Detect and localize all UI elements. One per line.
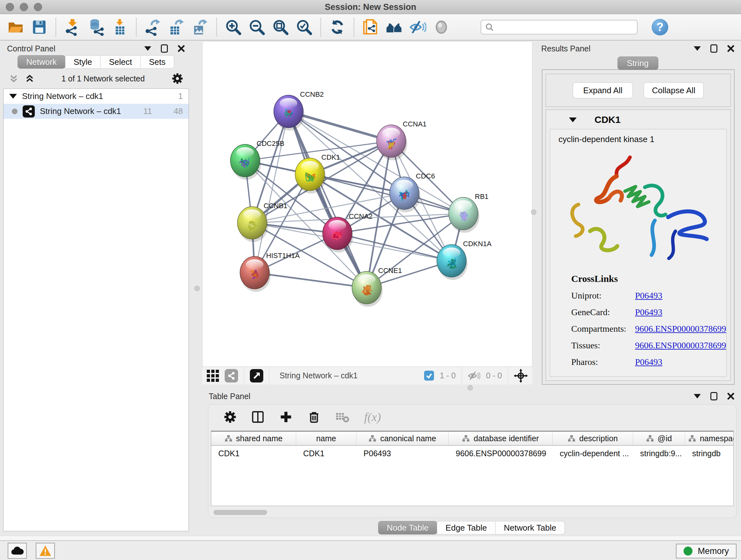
network-node-CDC6[interactable]: CDC6	[390, 172, 435, 212]
network-view[interactable]: CCNB2CCNA1CDC25BCDK1CDC6RB1CCNB1CCNA2CDK…	[202, 42, 532, 367]
tab-node-table[interactable]: Node Table	[378, 521, 437, 535]
network-node-HIST1H1A[interactable]: HIST1H1A	[240, 252, 300, 292]
network-edge-CCNA2-CDKN1A[interactable]	[337, 233, 452, 261]
column-header[interactable]: description	[553, 432, 633, 445]
crosslinks-section: CrossLinks Uniprot: P06493 GeneCard: P06…	[550, 273, 726, 367]
export-table-button[interactable]	[165, 17, 188, 38]
close-panel-icon[interactable]	[727, 392, 735, 400]
float-panel-icon[interactable]	[711, 44, 718, 53]
birds-eye-view-icon[interactable]	[250, 369, 263, 382]
memory-button[interactable]: Memory	[676, 544, 737, 558]
network-edge-HIST1H1A-CCNE1[interactable]	[255, 273, 367, 288]
network-node-CDK1[interactable]: CDK1	[295, 153, 340, 193]
left-splitter-handle[interactable]	[194, 286, 200, 291]
tab-network-table[interactable]: Network Table	[495, 521, 565, 535]
collapse-all-button[interactable]: Collapse All	[644, 82, 704, 98]
network-thumbnail-icon[interactable]	[225, 369, 238, 382]
delete-column-icon[interactable]	[307, 410, 321, 424]
column-header[interactable]: shared name	[211, 432, 296, 445]
genecard-link[interactable]: P06493	[635, 307, 663, 317]
close-panel-icon[interactable]	[178, 45, 185, 52]
tab-select[interactable]: Select	[100, 55, 140, 69]
export-image-button[interactable]	[188, 17, 212, 38]
import-table-button[interactable]	[108, 17, 131, 38]
import-network-from-database-button[interactable]	[84, 17, 108, 38]
network-edge-CCNB2-CCNE1[interactable]	[288, 111, 367, 288]
collapse-all-icon[interactable]	[9, 74, 18, 83]
panel-menu-icon[interactable]	[694, 394, 701, 398]
open-session-button[interactable]	[4, 17, 27, 38]
zoom-out-button[interactable]	[245, 17, 269, 38]
panel-menu-icon[interactable]	[694, 46, 701, 51]
search-input[interactable]	[496, 22, 633, 32]
column-header[interactable]: canonical name	[356, 432, 449, 445]
warnings-button[interactable]	[36, 543, 55, 559]
zoom-out-icon	[248, 18, 266, 36]
share-network-file-button[interactable]	[359, 17, 382, 38]
tissues-link[interactable]: 9606.ENSP00000378699	[635, 340, 726, 351]
protein-section-header[interactable]: CDK1	[546, 110, 731, 129]
tab-style[interactable]: Style	[65, 55, 101, 69]
network-node-RB1[interactable]: RB1	[449, 192, 488, 233]
pharos-link[interactable]: P06493	[635, 357, 663, 367]
selected-nodes-checkbox[interactable]	[424, 371, 434, 381]
cell-database-identifier: 9606.ENSP00000378699	[449, 449, 553, 458]
network-collection-row[interactable]: String Network – cdk1 1	[3, 89, 189, 104]
network-node-CCNB2[interactable]: CCNB2	[274, 90, 324, 131]
network-edge-CCNB2-HIST1H1A[interactable]	[255, 111, 288, 273]
right-splitter-handle[interactable]	[531, 209, 536, 215]
column-header[interactable]: database identifier	[449, 432, 553, 445]
tab-sets[interactable]: Sets	[140, 55, 174, 69]
network-node-CCNA1[interactable]: CCNA1	[377, 120, 427, 160]
bottom-splitter-handle[interactable]	[468, 385, 473, 390]
eye-slash-icon	[409, 18, 426, 36]
show-columns-icon[interactable]	[251, 410, 265, 424]
tab-string[interactable]: String	[617, 57, 658, 70]
column-header[interactable]: namespace	[685, 432, 734, 445]
show-all-button[interactable]	[429, 17, 453, 38]
tab-network[interactable]: Network	[17, 55, 65, 69]
hierarchy-icon	[225, 435, 232, 442]
network-node-CDKN1A[interactable]: CDKN1A	[437, 240, 492, 280]
expand-all-icon[interactable]	[25, 74, 35, 83]
panel-menu-icon[interactable]	[144, 46, 151, 51]
refresh-button[interactable]	[326, 17, 349, 38]
save-session-button[interactable]	[27, 17, 51, 38]
crosslink-row: Pharos: P06493	[571, 357, 726, 367]
zoom-fit-button[interactable]	[269, 17, 292, 38]
help-button[interactable]: ?	[652, 19, 668, 36]
column-header[interactable]: name	[296, 432, 356, 445]
gear-icon[interactable]	[172, 73, 183, 84]
column-label: namespace	[700, 434, 734, 443]
control-panel-tabs: Network Style Select Sets	[3, 55, 190, 69]
export-network-button[interactable]	[141, 17, 165, 38]
gear-icon[interactable]	[224, 411, 237, 423]
collection-disclosure-icon[interactable]	[9, 94, 17, 99]
grid-view-icon[interactable]	[207, 370, 219, 382]
float-panel-icon[interactable]	[161, 44, 168, 53]
column-header[interactable]: @id	[633, 432, 685, 445]
string-home-button[interactable]	[382, 17, 406, 38]
table-row[interactable]: CDK1 CDK1 P06493 9606.ENSP00000378699 cy…	[211, 446, 733, 461]
cloud-status-button[interactable]	[8, 543, 27, 559]
add-column-icon[interactable]	[279, 410, 293, 424]
pan-crosshair-icon[interactable]	[514, 369, 528, 383]
float-panel-icon[interactable]	[711, 392, 718, 400]
tab-edge-table[interactable]: Edge Table	[437, 521, 495, 535]
network-node-CDC25B[interactable]: CDC25B	[230, 139, 284, 180]
section-disclosure-icon[interactable]	[569, 118, 577, 122]
expand-all-button[interactable]: Expand All	[573, 82, 633, 98]
horizontal-scrollbar[interactable]	[212, 510, 307, 515]
crosslink-label: Compartments:	[571, 324, 635, 334]
close-panel-icon[interactable]	[727, 45, 735, 52]
uniprot-link[interactable]: P06493	[635, 291, 663, 301]
zoom-in-button[interactable]	[221, 17, 245, 38]
hide-selected-button[interactable]	[406, 17, 429, 38]
compartments-link[interactable]: 9606.ENSP00000378699	[635, 324, 726, 334]
scrollbar-thumb[interactable]	[213, 510, 267, 515]
network-row[interactable]: String Network – cdk1 11 48	[3, 104, 189, 119]
zoom-selected-button[interactable]	[292, 17, 316, 38]
import-network-button[interactable]	[61, 17, 84, 38]
hidden-eye-slash-icon[interactable]	[468, 371, 480, 381]
network-graph[interactable]: CCNB2CCNA1CDC25BCDK1CDC6RB1CCNB1CCNA2CDK…	[203, 42, 533, 367]
